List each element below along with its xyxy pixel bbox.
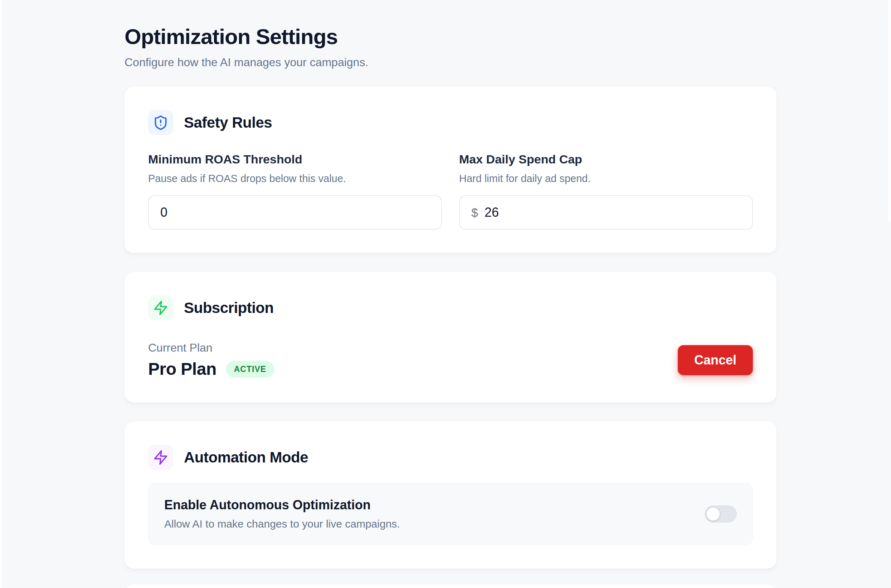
roas-threshold-input-box bbox=[148, 195, 442, 230]
plan-name: Pro Plan bbox=[148, 359, 216, 379]
next-card-partial bbox=[125, 584, 777, 588]
status-badge: ACTIVE bbox=[226, 361, 275, 378]
page-subtitle: Configure how the AI manages your campai… bbox=[125, 55, 777, 69]
automation-header: Automation Mode bbox=[148, 445, 753, 470]
plan-row: Pro Plan ACTIVE bbox=[148, 359, 275, 379]
roas-threshold-help: Pause ads if ROAS drops below this value… bbox=[148, 172, 442, 184]
subscription-card: Subscription Current Plan Pro Plan ACTIV… bbox=[125, 272, 777, 403]
plan-info: Current Plan Pro Plan ACTIVE bbox=[148, 341, 275, 379]
safety-rules-header: Safety Rules bbox=[148, 110, 753, 135]
roas-threshold-label: Minimum ROAS Threshold bbox=[148, 152, 442, 166]
spend-cap-input-box: $ bbox=[459, 195, 753, 230]
automation-title: Automation Mode bbox=[184, 449, 308, 466]
toggle-knob bbox=[706, 507, 720, 521]
shield-alert-icon bbox=[148, 110, 173, 135]
toggle-text: Enable Autonomous Optimization Allow AI … bbox=[164, 498, 400, 530]
content-left-edge bbox=[0, 0, 2, 588]
roas-threshold-input[interactable] bbox=[160, 205, 430, 220]
current-plan-label: Current Plan bbox=[148, 341, 275, 354]
scrollbar[interactable] bbox=[888, 0, 891, 222]
zap-icon bbox=[148, 296, 173, 321]
subscription-title: Subscription bbox=[184, 299, 274, 316]
spend-cap-help: Hard limit for daily ad spend. bbox=[459, 172, 753, 184]
subscription-header: Subscription bbox=[148, 296, 753, 321]
toggle-help: Allow AI to make changes to your live ca… bbox=[164, 518, 400, 530]
spend-cap-label: Max Daily Spend Cap bbox=[459, 152, 753, 166]
safety-fields: Minimum ROAS Threshold Pause ads if ROAS… bbox=[148, 152, 753, 230]
autonomous-optimization-toggle[interactable] bbox=[705, 506, 737, 522]
toggle-title: Enable Autonomous Optimization bbox=[164, 498, 400, 513]
safety-rules-title: Safety Rules bbox=[184, 114, 272, 131]
safety-rules-card: Safety Rules Minimum ROAS Threshold Paus… bbox=[125, 87, 777, 253]
autonomous-optimization-panel: Enable Autonomous Optimization Allow AI … bbox=[148, 483, 753, 545]
page-title: Optimization Settings bbox=[125, 25, 777, 49]
spend-cap-field: Max Daily Spend Cap Hard limit for daily… bbox=[459, 152, 753, 230]
dollar-prefix: $ bbox=[471, 206, 478, 220]
subscription-content: Current Plan Pro Plan ACTIVE Cancel bbox=[148, 341, 753, 379]
roas-threshold-field: Minimum ROAS Threshold Pause ads if ROAS… bbox=[148, 152, 442, 230]
spend-cap-input[interactable] bbox=[484, 205, 741, 220]
automation-mode-card: Automation Mode Enable Autonomous Optimi… bbox=[125, 422, 777, 568]
cancel-subscription-button[interactable]: Cancel bbox=[678, 345, 753, 375]
zap-icon bbox=[148, 445, 173, 470]
settings-page: Optimization Settings Configure how the … bbox=[125, 0, 777, 588]
